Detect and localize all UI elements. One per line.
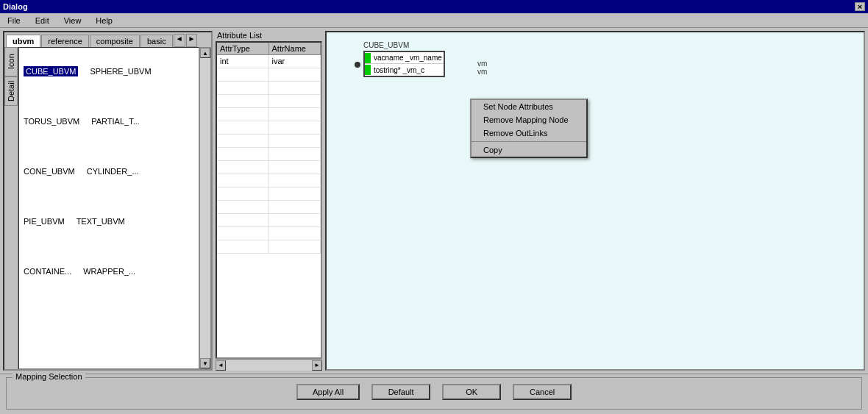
node-title: CUBE_UBVM [363,41,445,49]
menu-edit[interactable]: Edit [31,15,54,26]
mapping-group: Mapping Selection Apply All Default OK C… [6,377,862,410]
apply-all-button[interactable]: Apply All [296,384,360,400]
attr-row [217,135,321,148]
context-remove-mapping-node[interactable]: Remove Mapping Node [472,113,586,126]
node-field-row: vacname _vm_name [365,52,444,64]
context-remove-outlinks[interactable]: Remove OutLinks [472,126,586,140]
middle-panel: Attribute List AttrType AttrName int iva… [216,31,322,371]
attr-cell-name: ivar [269,55,321,68]
field-text: tostring* _vm_c [372,65,426,75]
attr-row [217,201,321,214]
menu-help[interactable]: Help [91,15,117,26]
tab-composite[interactable]: composite [90,35,140,47]
list-item-label: TORUS_UBVM [24,117,79,126]
cancel-button[interactable]: Cancel [513,384,572,400]
attr-row [217,148,321,161]
node-dot [355,62,360,68]
context-copy[interactable]: Copy [472,143,586,157]
list-scrollbar-v[interactable]: ▲ ▼ [199,47,211,369]
list-item-label: PIE_UBVM [24,217,65,226]
field-indicator [365,53,371,63]
menu-view[interactable]: View [60,15,86,26]
scroll-left-btn[interactable]: ◄ [216,360,226,371]
side-tab-container: Icon Detail [4,47,18,369]
attr-row [217,68,321,82]
attr-row [217,227,321,240]
list-item-label: PARTIAL_T... [91,117,140,126]
context-menu-separator [472,141,586,142]
list-item-label: CONE_UBVM [24,167,75,176]
attr-row [217,108,321,121]
scroll-h-track [226,360,312,371]
list-item-label: CUBE_UBVM [24,66,78,76]
attr-list-label: Attribute List [216,31,322,40]
attr-col-type: AttrType [217,43,269,54]
buttons-row: Apply All Default OK Cancel [13,384,855,400]
list-row[interactable]: TORUS_UBVM PARTIAL_T... [21,99,197,143]
node-box: CUBE_UBVM vacname _vm_name tostring* _vm… [363,41,445,77]
left-content: Icon Detail CUBE_UBVM SPHERE_UBVM TORUS_… [4,47,211,369]
attr-row [217,121,321,135]
attr-row [217,95,321,108]
list-row[interactable]: CUBE_UBVM SPHERE_UBVM [21,49,197,93]
attr-cell-type: int [217,55,269,68]
list-content: CUBE_UBVM SPHERE_UBVM TORUS_UBVM PARTIAL… [19,48,199,295]
attr-table: AttrType AttrName int ivar [216,41,322,359]
title-bar: Dialog × [0,0,868,13]
list-item-label: CONTAINE... [24,267,71,276]
ok-button[interactable]: OK [442,384,501,400]
list-item-label: SPHERE_UBVM [90,67,151,76]
tab-reference[interactable]: reference [41,35,88,47]
scroll-track [200,58,210,358]
list-item-label: CYLINDER_... [87,167,139,176]
attr-row [217,214,321,227]
attr-scrollbar-h[interactable]: ◄ ► [216,359,322,371]
attr-table-header: AttrType AttrName [217,43,321,55]
window-title: Dialog [3,2,28,11]
list-item-label: TEXT_UBVM [77,217,125,226]
tabs-row: ubvm reference composite basic ◄ ► [4,32,211,47]
mapping-group-label: Mapping Selection [13,372,85,381]
attr-row [217,161,321,174]
side-tab-detail[interactable]: Detail [4,76,18,106]
attr-row [217,174,321,188]
node-fields: vacname _vm_name tostring* _vm_c [363,51,445,77]
close-button[interactable]: × [855,2,865,11]
bottom-panel: Mapping Selection Apply All Default OK C… [0,374,868,414]
node-field-row: tostring* _vm_c [365,64,444,76]
scroll-right-btn[interactable]: ► [312,360,322,371]
attr-row: int ivar [217,55,321,68]
list-area[interactable]: CUBE_UBVM SPHERE_UBVM TORUS_UBVM PARTIAL… [18,47,199,369]
field-text: vacname _vm_name [372,53,444,63]
attr-col-name: AttrName [269,43,321,54]
list-row[interactable]: CONTAINE... WRAPPER_... [21,249,197,293]
list-row[interactable]: CONE_UBVM CYLINDER_... [21,149,197,193]
left-panel: ubvm reference composite basic ◄ ► Icon … [3,31,213,371]
default-button[interactable]: Default [371,384,430,400]
context-menu: Set Node Attributes Remove Mapping Node … [470,99,588,158]
tab-ubvm[interactable]: ubvm [6,35,40,47]
scroll-up-btn[interactable]: ▲ [200,48,210,58]
field-indicator [365,65,371,75]
tab-next-btn[interactable]: ► [186,34,198,47]
vm-label: vm vm [477,60,487,76]
list-row[interactable]: PIE_UBVM TEXT_UBVM [21,199,197,243]
attr-row [217,188,321,201]
menu-bar: File Edit View Help [0,13,868,28]
side-tab-icon[interactable]: Icon [4,47,18,76]
tab-basic[interactable]: basic [140,35,173,47]
menu-file[interactable]: File [3,15,25,26]
attr-row [217,82,321,95]
main-content: ubvm reference composite basic ◄ ► Icon … [0,28,868,374]
scroll-down-btn[interactable]: ▼ [200,358,210,368]
list-item-label: WRAPPER_... [83,267,135,276]
context-set-node-attrs[interactable]: Set Node Attributes [472,100,586,113]
attr-row [217,240,321,254]
right-panel: CUBE_UBVM vacname _vm_name tostring* _vm… [325,31,865,371]
tab-prev-btn[interactable]: ◄ [174,34,185,47]
